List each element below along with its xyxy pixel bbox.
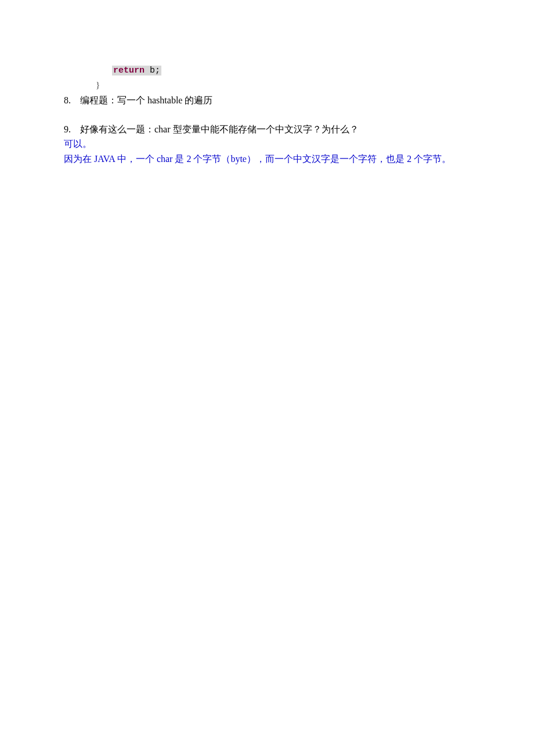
code-highlight: return b; — [112, 66, 161, 75]
question-8: 8. 编程题：写一个 hashtable 的遍历 — [64, 93, 470, 108]
spacer — [64, 108, 470, 121]
code-var: b; — [145, 66, 160, 75]
question-8-number: 8. — [64, 93, 80, 108]
answer-9-line1: 可以。 — [64, 136, 470, 152]
question-9: 9. 好像有这么一题：char 型变量中能不能存储一个中文汉字？为什么？ — [64, 122, 470, 137]
question-9-number: 9. — [64, 122, 80, 137]
document-page: return b; } 8. 编程题：写一个 hashtable 的遍历 9. … — [0, 0, 534, 756]
keyword-return: return — [113, 66, 145, 75]
code-return-line: return b; — [112, 64, 470, 78]
question-8-text: 编程题：写一个 hashtable 的遍历 — [80, 93, 470, 108]
answer-9-line2: 因为在 JAVA 中，一个 char 是 2 个字节（byte），而一个中文汉字… — [64, 152, 470, 167]
question-9-text: 好像有这么一题：char 型变量中能不能存储一个中文汉字？为什么？ — [80, 122, 470, 137]
code-close-brace: } — [96, 78, 470, 92]
